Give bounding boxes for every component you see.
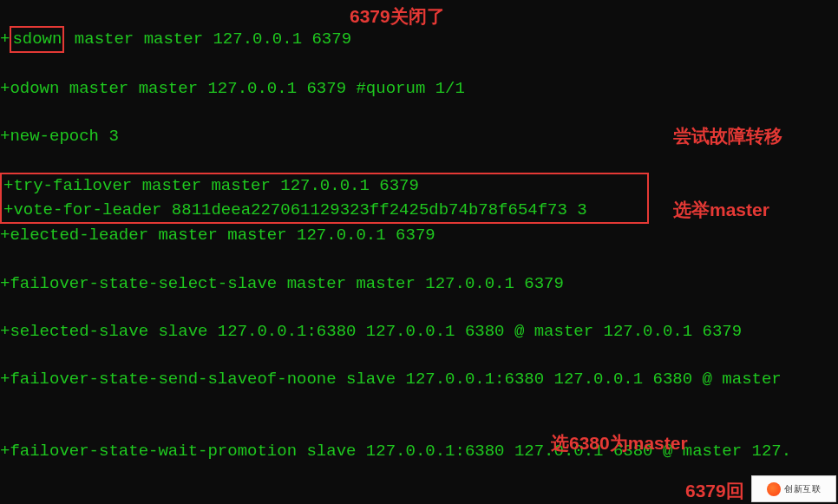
annotation-6379-closed: 6379关闭了 bbox=[350, 4, 445, 29]
annotation-failover-line1: 尝试故障转移 bbox=[673, 124, 782, 148]
watermark-logo-icon bbox=[767, 482, 781, 496]
log-line: +failover-state-select-slave master mast… bbox=[0, 272, 791, 297]
annotation-failover-line2: 选举master bbox=[673, 198, 782, 222]
log-line: +sdown master master 127.0.0.1 6379 bbox=[0, 26, 791, 54]
log-line: +try-failover master master 127.0.0.1 63… bbox=[3, 174, 645, 199]
text-sdown: sdown bbox=[12, 29, 62, 49]
text-l0rest: master master 127.0.0.1 6379 bbox=[64, 29, 351, 49]
log-line: +selected-slave slave 127.0.0.1:6380 127… bbox=[0, 320, 791, 344]
annotation-failover: 尝试故障转移 选举master bbox=[673, 76, 782, 245]
annotation-6379-back: 6379回 bbox=[685, 479, 744, 503]
log-line: +failover-state-send-slaveof-noone slave… bbox=[0, 368, 791, 392]
watermark-badge: 创新互联 bbox=[751, 475, 836, 502]
watermark-text: 创新互联 bbox=[784, 477, 821, 501]
annotation-6380-master: 选6380为master bbox=[551, 431, 688, 455]
log-line: +vote-for-leader 8811deea227061129323ff2… bbox=[3, 199, 645, 223]
log-line-box-group: +try-failover master master 127.0.0.1 63… bbox=[0, 173, 649, 224]
